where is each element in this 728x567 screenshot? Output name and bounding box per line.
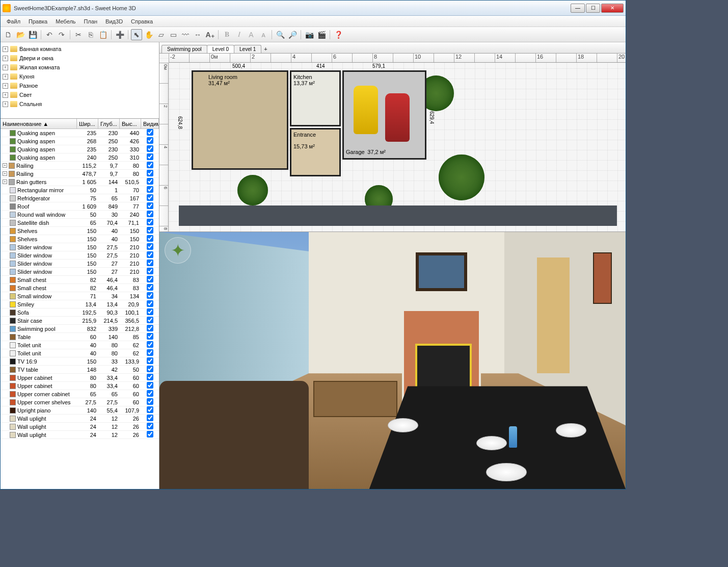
visible-checkbox[interactable] (147, 406, 153, 413)
navigation-widget-icon[interactable] (165, 237, 191, 264)
furniture-row[interactable]: Wall uplight241226 (1, 415, 159, 423)
furniture-row[interactable]: Upper cabinet8033,460 (1, 374, 159, 382)
paste-icon[interactable]: 📋 (97, 29, 109, 40)
furniture-list[interactable]: Quaking aspen235230440Quaking aspen26825… (1, 129, 159, 489)
menu-file[interactable]: Файл (3, 17, 24, 25)
furniture-row[interactable]: Slider window15027,5210 (1, 243, 159, 251)
visible-checkbox[interactable] (147, 308, 153, 315)
furniture-row[interactable]: Quaking aspen268250426 (1, 137, 159, 145)
expand-icon[interactable]: + (3, 163, 7, 168)
visible-checkbox[interactable] (147, 211, 153, 217)
visible-checkbox[interactable] (147, 325, 153, 331)
new-icon[interactable]: 🗋 (3, 29, 14, 40)
expand-icon[interactable]: + (3, 83, 8, 89)
furniture-row[interactable]: Upright piano14055,4107,9 (1, 406, 159, 415)
furniture-row[interactable]: +Railing478,79,780 (1, 170, 159, 178)
menu-furniture[interactable]: Мебель (51, 17, 79, 25)
expand-icon[interactable]: + (3, 179, 7, 184)
furniture-row[interactable]: Stair case215,9214,5356,5 (1, 317, 159, 325)
furniture-row[interactable]: Round wall window5030240 (1, 211, 159, 219)
furniture-row[interactable]: Toilet unit408062 (1, 341, 159, 349)
zoom-out-icon[interactable]: 🔎 (287, 29, 298, 40)
furniture-row[interactable]: Sofa192,590,3100,1 (1, 308, 159, 317)
titlebar[interactable]: SweetHome3DExample7.sh3d - Sweet Home 3D… (1, 1, 626, 16)
visible-checkbox[interactable] (147, 292, 153, 299)
room-kitchen[interactable]: Kitchen13,37 м² (290, 70, 341, 126)
furniture-row[interactable]: Roof1 60984977 (1, 202, 159, 211)
visible-checkbox[interactable] (147, 415, 153, 421)
col-depth[interactable]: Глуб... (98, 119, 120, 128)
col-width[interactable]: Шир... (77, 119, 98, 128)
wall-icon[interactable]: ▱ (155, 29, 167, 40)
select-icon[interactable]: ⬉ (131, 29, 142, 40)
furniture-row[interactable]: Shelves15040150 (1, 227, 159, 235)
visible-checkbox[interactable] (147, 162, 153, 168)
furniture-row[interactable]: Upper corner shelves27,527,560 (1, 398, 159, 406)
furniture-row[interactable]: Upper cabinet8033,460 (1, 382, 159, 390)
furniture-row[interactable]: Swimming pool832339212,8 (1, 325, 159, 333)
polyline-icon[interactable]: 〰 (180, 29, 191, 40)
visible-checkbox[interactable] (147, 219, 153, 225)
furniture-row[interactable]: Refridgerator7565167 (1, 194, 159, 202)
furniture-row[interactable]: Wall uplight241226 (1, 431, 159, 439)
furniture-row[interactable]: Quaking aspen235230440 (1, 129, 159, 137)
visible-checkbox[interactable] (147, 145, 153, 152)
zoom-in-icon[interactable]: 🔍 (275, 29, 286, 40)
visible-checkbox[interactable] (147, 260, 153, 266)
visible-checkbox[interactable] (147, 300, 153, 307)
room-icon[interactable]: ▭ (168, 29, 179, 40)
floorplan-canvas[interactable]: Living room31,47 м² Kitchen13,37 м² Entr… (169, 63, 626, 231)
help-icon[interactable]: ❓ (333, 29, 344, 40)
photo-icon[interactable]: 📷 (304, 29, 315, 40)
furniture-row[interactable]: Quaking aspen240250310 (1, 153, 159, 162)
expand-icon[interactable]: + (3, 92, 8, 98)
visible-checkbox[interactable] (147, 423, 153, 429)
visible-checkbox[interactable] (147, 333, 153, 340)
menu-help[interactable]: Справка (127, 17, 157, 25)
room-entrance[interactable]: Entrance15,73 м² (290, 128, 341, 176)
plan-view-2d[interactable]: -20м246810121416182022242628 0м246810 Li… (159, 54, 626, 232)
pan-icon[interactable]: ✋ (143, 29, 154, 40)
catalog-node[interactable]: +Свет (3, 90, 157, 99)
expand-icon[interactable]: + (3, 171, 7, 176)
furniture-row[interactable]: Smiley13,413,420,9 (1, 300, 159, 308)
text-italic-icon[interactable]: 𝐼 (233, 29, 245, 40)
tree-icon[interactable] (439, 154, 484, 200)
video-icon[interactable]: 🎬 (316, 29, 327, 40)
expand-icon[interactable]: + (3, 65, 8, 70)
furniture-row[interactable]: Small window7134134 (1, 292, 159, 300)
expand-icon[interactable]: + (3, 74, 8, 80)
furniture-row[interactable]: Slider window15027,5210 (1, 251, 159, 260)
furniture-row[interactable]: Upper corner cabinet656560 (1, 390, 159, 398)
menu-plan[interactable]: План (80, 17, 102, 25)
copy-icon[interactable]: ⎘ (85, 29, 96, 40)
furniture-row[interactable]: Shelves15040150 (1, 235, 159, 243)
visible-checkbox[interactable] (147, 137, 153, 144)
visible-checkbox[interactable] (147, 235, 153, 242)
text-icon[interactable]: A₊ (204, 29, 215, 40)
expand-icon[interactable]: + (3, 101, 8, 107)
close-button[interactable]: ✕ (601, 4, 624, 13)
view-3d[interactable] (159, 232, 626, 489)
tab-level-0[interactable]: Level 0 (207, 45, 234, 53)
furniture-row[interactable]: Slider window15027210 (1, 268, 159, 276)
menu-edit[interactable]: Правка (24, 17, 51, 25)
car-yellow[interactable] (354, 86, 378, 134)
catalog-node[interactable]: +Кухня (3, 72, 157, 81)
visible-checkbox[interactable] (147, 431, 153, 437)
expand-icon[interactable]: + (3, 56, 8, 61)
furniture-catalog[interactable]: +Ванная комната+Двери и окна+Жилая комна… (1, 42, 159, 119)
visible-checkbox[interactable] (147, 366, 153, 372)
furniture-row[interactable]: Small chest8246,483 (1, 276, 159, 284)
expand-icon[interactable]: + (3, 46, 8, 52)
text-size-up-icon[interactable]: A (246, 29, 257, 40)
dimension-icon[interactable]: ↔ (192, 29, 203, 40)
visible-checkbox[interactable] (147, 398, 153, 405)
catalog-node[interactable]: +Ванная комната (3, 44, 157, 54)
visible-checkbox[interactable] (147, 374, 153, 380)
text-size-down-icon[interactable]: ᴀ (258, 29, 269, 40)
visible-checkbox[interactable] (147, 186, 153, 193)
visible-checkbox[interactable] (147, 251, 153, 258)
furniture-row[interactable]: TV 16:915033133,9 (1, 357, 159, 366)
room-living[interactable]: Living room31,47 м² (192, 70, 288, 170)
